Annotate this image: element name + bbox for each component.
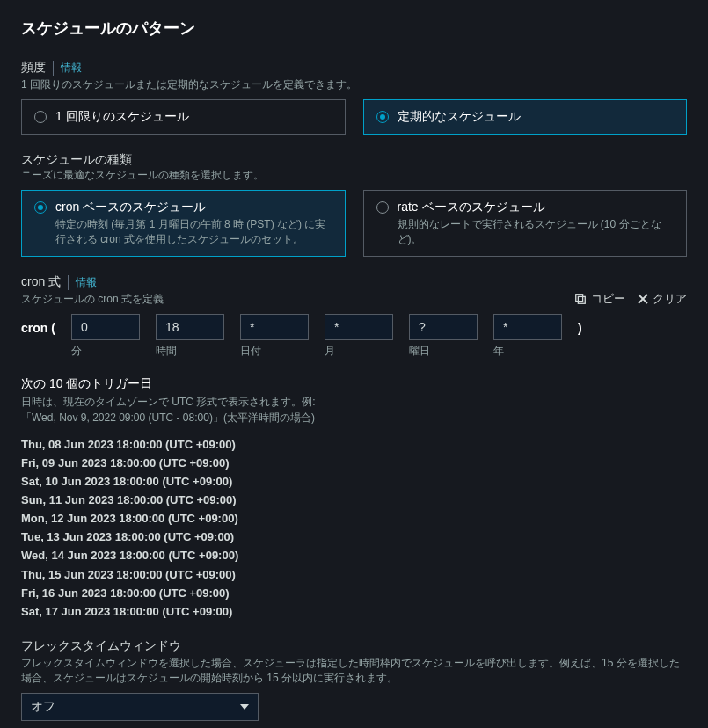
cron-desc: スケジュールの cron 式を定義 (21, 292, 164, 307)
cron-input-分[interactable] (71, 314, 140, 340)
radio-icon (34, 111, 47, 123)
frequency-once-label: 1 回限りのスケジュール (55, 109, 332, 125)
radio-icon (34, 201, 47, 214)
cron-field-2: 日付 (240, 314, 309, 359)
cron-input-label: 時間 (156, 344, 224, 359)
trigger-item: Thu, 15 Jun 2023 18:00:00 (UTC +09:00) (21, 566, 687, 584)
cron-input-row: cron ( 分時間日付月曜日年 ) (21, 314, 687, 359)
trigger-item: Sat, 10 Jun 2023 18:00:00 (UTC +09:00) (21, 473, 687, 491)
flex-window-desc: フレックスタイムウィンドウを選択した場合、スケジューラは指定した時間枠内でスケジ… (21, 656, 687, 686)
schedule-type-rate-sub: 規則的なレートで実行されるスケジュール (10 分ごとなど)。 (398, 217, 675, 247)
cron-label: cron 式 (21, 274, 61, 290)
cron-info-link[interactable]: 情報 (68, 275, 97, 290)
triggers-desc: 日時は、現在のタイムゾーンで UTC 形式で表示されます。例: 「Wed, No… (21, 394, 687, 426)
cron-copy-label: コピー (591, 291, 625, 307)
schedule-type-label: スケジュールの種類 (21, 152, 687, 168)
cron-input-label: 年 (493, 344, 562, 359)
trigger-item: Mon, 12 Jun 2023 18:00:00 (UTC +09:00) (21, 510, 687, 528)
trigger-item: Sun, 11 Jun 2023 18:00:00 (UTC +09:00) (21, 491, 687, 509)
svg-rect-0 (578, 296, 585, 303)
triggers-desc-line2: 「Wed, Nov 9, 2022 09:00 (UTC - 08:00)」(太… (21, 411, 315, 424)
cron-copy-button[interactable]: コピー (574, 291, 625, 307)
schedule-type-option-cron[interactable]: cron ベースのスケジュール 特定の時刻 (毎月第 1 月曜日の午前 8 時 … (21, 190, 346, 257)
close-icon (638, 294, 648, 304)
radio-icon (376, 201, 389, 214)
cron-input-月[interactable] (325, 314, 393, 340)
cron-expression-section: cron 式 情報 スケジュールの cron 式を定義 コピー (21, 274, 687, 359)
cron-field-0: 分 (71, 314, 140, 359)
trigger-item: Tue, 13 Jun 2023 18:00:00 (UTC +09:00) (21, 528, 687, 546)
cron-clear-label: クリア (653, 291, 687, 307)
schedule-type-section: スケジュールの種類 ニーズに最適なスケジュールの種類を選択します。 cron ベ… (21, 152, 687, 257)
trigger-item: Wed, 14 Jun 2023 18:00:00 (UTC +09:00) (21, 547, 687, 564)
cron-input-年[interactable] (493, 314, 562, 340)
cron-input-時間[interactable] (156, 314, 224, 340)
trigger-item: Fri, 16 Jun 2023 18:00:00 (UTC +09:00) (21, 585, 687, 602)
cron-field-5: 年 (493, 314, 562, 359)
triggers-desc-line1: 日時は、現在のタイムゾーンで UTC 形式で表示されます。例: (21, 396, 316, 408)
trigger-item: Thu, 08 Jun 2023 18:00:00 (UTC +09:00) (21, 436, 687, 454)
frequency-section: 頻度 情報 1 回限りのスケジュールまたは定期的なスケジュールを定義できます。 … (21, 60, 687, 135)
triggers-title: 次の 10 個のトリガー日 (21, 376, 687, 392)
cron-prefix: cron ( (21, 314, 55, 335)
trigger-item: Fri, 09 Jun 2023 18:00:00 (UTC +09:00) (21, 455, 687, 472)
flex-window-value: オフ (31, 699, 55, 713)
cron-field-1: 時間 (156, 314, 224, 359)
cron-field-4: 曜日 (409, 314, 478, 359)
caret-down-icon (240, 704, 249, 710)
trigger-list: Thu, 08 Jun 2023 18:00:00 (UTC +09:00)Fr… (21, 436, 687, 621)
cron-input-label: 日付 (240, 344, 309, 359)
frequency-label: 頻度 (21, 60, 46, 76)
schedule-type-cron-sub: 特定の時刻 (毎月第 1 月曜日の午前 8 時 (PST) など) に実行される… (55, 217, 332, 247)
schedule-type-option-rate[interactable]: rate ベースのスケジュール 規則的なレートで実行されるスケジュール (10 … (363, 190, 688, 257)
schedule-type-desc: ニーズに最適なスケジュールの種類を選択します。 (21, 168, 687, 183)
flex-window-label: フレックスタイムウィンドウ (21, 638, 687, 654)
cron-clear-button[interactable]: クリア (638, 291, 687, 307)
cron-input-曜日[interactable] (409, 314, 478, 340)
schedule-pattern-panel: スケジュールのパターン 頻度 情報 1 回限りのスケジュールまたは定期的なスケジ… (0, 0, 708, 728)
trigger-item: Sat, 17 Jun 2023 18:00:00 (UTC +09:00) (21, 603, 687, 621)
frequency-option-recurring[interactable]: 定期的なスケジュール (363, 99, 688, 135)
cron-input-label: 月 (325, 344, 393, 359)
flex-window-select[interactable]: オフ (21, 693, 259, 721)
panel-title: スケジュールのパターン (21, 18, 687, 39)
cron-input-label: 曜日 (409, 344, 478, 359)
frequency-recurring-label: 定期的なスケジュール (398, 109, 675, 125)
frequency-desc: 1 回限りのスケジュールまたは定期的なスケジュールを定義できます。 (21, 77, 687, 92)
frequency-info-link[interactable]: 情報 (53, 61, 82, 76)
cron-input-日付[interactable] (240, 314, 309, 340)
radio-icon (376, 111, 389, 123)
frequency-option-once[interactable]: 1 回限りのスケジュール (21, 99, 346, 135)
next-triggers-section: 次の 10 個のトリガー日 日時は、現在のタイムゾーンで UTC 形式で表示され… (21, 376, 687, 621)
copy-icon (574, 293, 587, 305)
cron-suffix: ) (578, 314, 582, 335)
cron-field-3: 月 (325, 314, 393, 359)
flex-window-section: フレックスタイムウィンドウ フレックスタイムウィンドウを選択した場合、スケジュー… (21, 638, 687, 721)
cron-input-label: 分 (71, 344, 140, 359)
schedule-type-cron-title: cron ベースのスケジュール (55, 200, 332, 215)
svg-rect-1 (576, 294, 583, 301)
schedule-type-rate-title: rate ベースのスケジュール (398, 200, 675, 215)
